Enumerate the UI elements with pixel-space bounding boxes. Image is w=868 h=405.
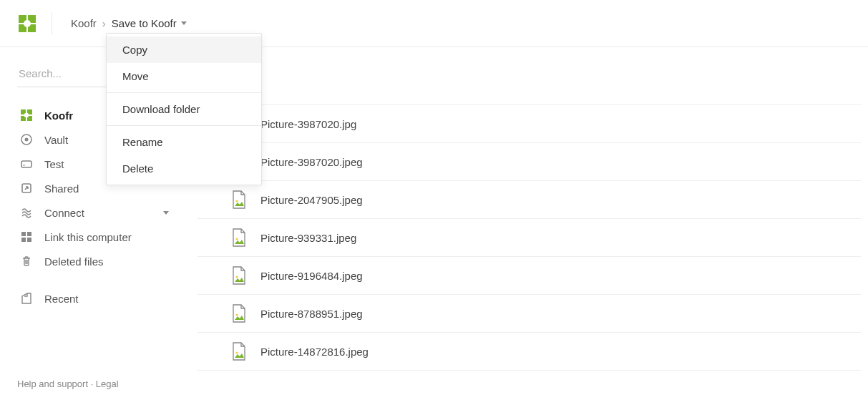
file-row[interactable]: Picture-2047905.jpeg [198,180,861,218]
connect-icon [20,206,33,219]
footer-sep: · [88,379,96,389]
svg-point-4 [24,20,31,27]
koofr-logo[interactable] [17,14,37,34]
chevron-down-icon [181,21,187,25]
svg-point-23 [235,275,238,278]
svg-rect-18 [27,238,31,242]
svg-point-25 [235,351,238,353]
menu-divider [107,92,261,93]
legal-link[interactable]: Legal [96,379,119,389]
drive-icon [20,157,33,170]
svg-rect-16 [27,232,31,236]
file-name: Picture-14872816.jpeg [260,346,369,358]
breadcrumb-current[interactable]: Save to Koofr [112,17,187,29]
file-row[interactable]: Picture-939331.jpeg [198,218,861,256]
sidebar-item-connect[interactable]: Connect [17,200,173,225]
file-name: Picture-3987020.jpg [260,118,356,130]
header-divider [52,12,52,35]
svg-point-11 [25,138,29,142]
shared-icon [20,182,33,195]
recent-icon [20,292,33,305]
sidebar-item-label: Recent [44,293,79,305]
help-link[interactable]: Help and support [17,379,88,389]
menu-divider [107,125,261,126]
folder-meta: MB [198,62,861,104]
sidebar-item-label: Deleted files [44,255,104,268]
image-file-icon [230,265,248,286]
svg-point-24 [235,313,238,316]
svg-point-22 [235,238,238,240]
sidebar-item-label: Shared [44,182,79,195]
svg-point-21 [235,200,238,202]
sidebar-item-deleted-files[interactable]: Deleted files [17,249,173,273]
image-file-icon [230,228,248,248]
file-name: Picture-3987020.jpeg [260,156,363,168]
sidebar-item-link-this-computer[interactable]: Link this computer [17,225,173,249]
image-file-icon [230,190,248,210]
svg-rect-12 [21,161,31,167]
link-icon [20,230,33,243]
svg-point-13 [24,165,25,166]
svg-rect-17 [21,238,26,242]
sidebar-item-label: Vault [44,134,68,146]
file-row[interactable]: Picture-3987020.jpg [198,104,861,142]
file-name: Picture-8788951.jpeg [260,308,363,320]
sidebar-footer: Help and support · Legal [17,366,173,405]
file-name: Picture-2047905.jpeg [260,194,363,206]
vault-icon [20,133,33,146]
file-row[interactable]: Picture-14872816.jpeg [198,332,861,371]
file-row[interactable]: Picture-8788951.jpeg [198,294,861,332]
sidebar-item-recent[interactable]: Recent [17,286,173,311]
sidebar-item-label: Link this computer [44,231,132,243]
menu-item-rename[interactable]: Rename [107,129,261,155]
image-file-icon [230,341,248,361]
folder-context-menu: CopyMoveDownload folderRenameDelete [106,33,262,185]
breadcrumb: Koofr › Save to Koofr [71,17,187,29]
menu-item-download-folder[interactable]: Download folder [107,96,261,122]
breadcrumb-current-label: Save to Koofr [112,17,177,29]
menu-item-delete[interactable]: Delete [107,155,261,182]
file-list: Picture-3987020.jpgPicture-3987020.jpegP… [198,104,861,371]
breadcrumb-separator: › [102,17,106,29]
svg-rect-15 [21,232,26,236]
menu-item-move[interactable]: Move [107,63,261,89]
chevron-down-icon [163,211,169,215]
file-name: Picture-939331.jpeg [260,232,356,244]
image-file-icon [230,303,248,323]
breadcrumb-root[interactable]: Koofr [71,17,97,29]
koofr-icon [20,109,33,122]
trash-icon [20,255,33,268]
file-row[interactable]: Picture-9196484.jpeg [198,256,861,294]
sidebar-item-label: Koofr [44,109,73,122]
file-row[interactable]: Picture-3987020.jpeg [198,142,861,180]
svg-point-9 [24,113,29,117]
main-content: MB Picture-3987020.jpgPicture-3987020.jp… [190,47,868,405]
menu-item-copy[interactable]: Copy [107,36,261,63]
sidebar-item-label: Test [44,158,64,170]
file-name: Picture-9196484.jpeg [260,270,363,282]
sidebar-item-label: Connect [44,207,84,219]
